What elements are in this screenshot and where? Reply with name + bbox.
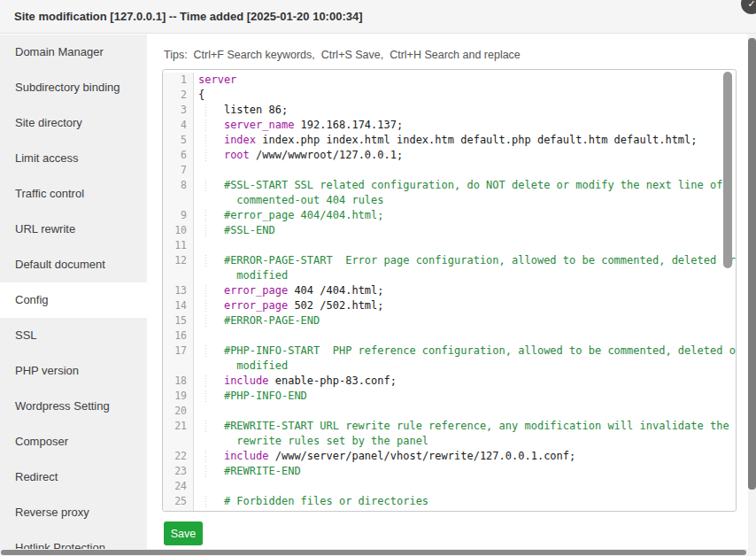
sidebar-item-composer[interactable]: Composer — [0, 424, 147, 459]
line-number: 23 — [163, 464, 194, 479]
code-text: include enable-php-83.conf; — [194, 374, 736, 389]
sidebar-item-wordpress-setting[interactable]: Wordpress Setting — [0, 389, 147, 424]
code-text: #SSL-START SSL related configuration, do… — [194, 178, 736, 193]
code-line: 20 — [163, 404, 736, 419]
code-line: 11 — [163, 238, 736, 253]
code-text: index index.php index.html index.htm def… — [194, 133, 736, 148]
code-text: commented-out 404 rules — [194, 193, 736, 208]
code-text: #error_page 404/404.html; — [194, 208, 736, 223]
code-line: 6 root /www/wwwroot/127.0.0.1; — [163, 148, 736, 163]
line-number: 14 — [163, 298, 194, 313]
code-text: error_page 502 /502.html; — [194, 298, 736, 313]
sidebar-item-traffic-control[interactable]: Traffic control — [0, 176, 147, 212]
code-text: include /www/server/panel/vhost/rewrite/… — [194, 449, 736, 464]
code-line: 2{ — [163, 88, 736, 103]
code-line: 17 #PHP-INFO-START PHP reference configu… — [163, 344, 736, 359]
code-text: modified — [194, 359, 736, 374]
code-line: 10 #SSL-END — [163, 223, 736, 238]
line-number: 20 — [163, 404, 194, 419]
code-text: root /www/wwwroot/127.0.0.1; — [194, 148, 736, 163]
code-text: { — [194, 88, 736, 103]
code-line: 13 error_page 404 /404.html; — [163, 283, 736, 298]
code-text — [194, 479, 736, 494]
code-text: #ERROR-PAGE-START Error page configurati… — [194, 253, 736, 268]
sidebar-item-ssl[interactable]: SSL — [0, 318, 147, 353]
line-number — [163, 434, 194, 449]
page-title: Site modification [127.0.0.1] -- Time ad… — [14, 0, 363, 34]
sidebar: Domain ManagerSubdirectory bindingSite d… — [0, 35, 147, 556]
sidebar-item-default-document[interactable]: Default document — [0, 247, 147, 282]
line-number: 16 — [163, 328, 194, 344]
code-line: 14 error_page 502 /502.html; — [163, 298, 736, 313]
line-number: 17 — [163, 344, 194, 359]
code-text: #ERROR-PAGE-END — [194, 313, 736, 328]
code-text — [194, 404, 736, 419]
code-line: 5 index index.php index.html index.htm d… — [163, 133, 736, 148]
code-text: listen 86; — [194, 103, 736, 118]
check-glyph: ✓ — [747, 0, 755, 10]
line-number: 1 — [163, 73, 194, 88]
line-number: 9 — [163, 208, 194, 223]
line-number: 2 — [163, 88, 194, 103]
code-line: 3 listen 86; — [163, 103, 736, 118]
sidebar-item-reverse-proxy[interactable]: Reverse proxy — [0, 495, 147, 530]
code-line: modified — [163, 359, 736, 374]
code-line: 19 #PHP-INFO-END — [163, 389, 736, 404]
code-line: rewrite rules set by the panel — [163, 434, 736, 449]
code-line: modified — [163, 268, 736, 283]
corner-check-icon[interactable]: ✓ — [741, 0, 756, 14]
line-number: 10 — [163, 223, 194, 238]
line-number: 18 — [163, 374, 194, 389]
sidebar-item-subdirectory-binding[interactable]: Subdirectory binding — [0, 70, 147, 105]
line-number — [163, 193, 194, 208]
line-number: 3 — [163, 103, 194, 118]
line-number: 8 — [163, 178, 194, 193]
line-number: 19 — [163, 389, 194, 404]
code-line: 15 #ERROR-PAGE-END — [163, 313, 736, 328]
line-number: 6 — [163, 148, 194, 163]
sidebar-item-site-directory[interactable]: Site directory — [0, 105, 147, 141]
page-horizontal-scrollbar[interactable] — [0, 549, 756, 556]
line-number — [163, 268, 194, 283]
sidebar-item-url-rewrite[interactable]: URL rewrite — [0, 212, 147, 247]
code-text: # Forbidden files or directories — [194, 494, 736, 509]
code-line: commented-out 404 rules — [163, 193, 736, 208]
save-button[interactable]: Save — [164, 521, 203, 545]
title-bar: Site modification [127.0.0.1] -- Time ad… — [0, 0, 756, 34]
sidebar-item-redirect[interactable]: Redirect — [0, 459, 147, 495]
line-number: 11 — [163, 238, 194, 253]
page-vertical-scrollbar[interactable] — [748, 34, 756, 556]
tips-text: Tips: Ctrl+F Search keywords, Ctrl+S Sav… — [164, 49, 521, 61]
sidebar-item-domain-manager[interactable]: Domain Manager — [0, 35, 147, 70]
code-text: #PHP-INFO-END — [194, 389, 736, 404]
code-text: server_name 192.168.174.137; — [194, 118, 736, 133]
code-lines: 1server2{3 listen 86;4 server_name 192.1… — [163, 70, 736, 512]
code-line: 4 server_name 192.168.174.137; — [163, 118, 736, 133]
line-number: 22 — [163, 449, 194, 464]
sidebar-item-php-version[interactable]: PHP version — [0, 353, 147, 389]
sidebar-item-config[interactable]: Config — [0, 282, 147, 318]
code-line: 26 location ~ ^/(\.user.ini|\.htaccess|\… — [163, 509, 736, 512]
config-editor[interactable]: 1server2{3 listen 86;4 server_name 192.1… — [162, 69, 737, 512]
code-text — [194, 328, 736, 344]
editor-scrollbar-thumb[interactable] — [723, 72, 732, 268]
code-text: #PHP-INFO-START PHP reference configurat… — [194, 344, 736, 359]
sidebar-item-limit-access[interactable]: Limit access — [0, 141, 147, 176]
page-vertical-scrollbar-thumb[interactable] — [748, 38, 756, 490]
code-text: location ~ ^/(\.user.ini|\.htaccess|\.gi… — [194, 509, 736, 512]
code-text: rewrite rules set by the panel — [194, 434, 736, 449]
code-line: 12 #ERROR-PAGE-START Error page configur… — [163, 253, 736, 268]
line-number: 15 — [163, 313, 194, 328]
line-number: 12 — [163, 253, 194, 268]
code-line: 21 #REWRITE-START URL rewrite rule refer… — [163, 419, 736, 434]
line-number: 21 — [163, 419, 194, 434]
line-number — [163, 359, 194, 374]
line-number: 5 — [163, 133, 194, 148]
code-text — [194, 163, 736, 178]
page-horizontal-scrollbar-thumb[interactable] — [1, 550, 746, 555]
line-number: 4 — [163, 118, 194, 133]
code-text: #SSL-END — [194, 223, 736, 238]
code-line: 18 include enable-php-83.conf; — [163, 374, 736, 389]
code-text: modified — [194, 268, 736, 283]
line-number: 26 — [163, 509, 194, 512]
